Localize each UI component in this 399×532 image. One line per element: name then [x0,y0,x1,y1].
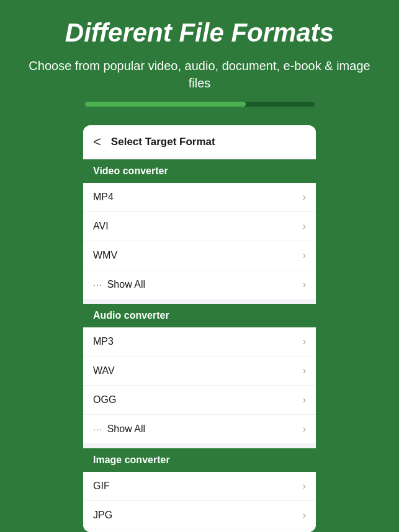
audio-section-label: Audio converter [93,310,169,321]
video-show-all-label: Show All [107,279,145,290]
header-section: Different File Formats Choose from popul… [0,0,399,119]
video-section-label: Video converter [93,166,168,176]
item-label: MP4 [93,192,114,203]
image-section-label: Image converter [93,454,170,465]
video-show-all-item[interactable]: ··· Show All › [83,270,316,299]
chevron-right-icon: › [303,279,306,290]
section-divider [83,299,316,304]
chevron-right-icon: › [303,510,306,521]
list-item[interactable]: GIF › [83,472,316,501]
item-label: AVI [93,221,109,232]
chevron-right-icon: › [303,221,306,232]
list-item[interactable]: JPG › [83,501,316,530]
dots-icon: ··· [93,424,102,434]
video-section-header: Video converter [83,159,316,183]
chevron-right-icon: › [303,394,306,406]
subtitle: Choose from popular video, audio, docume… [25,57,374,92]
main-title: Different File Formats [25,19,374,47]
show-all-content: ··· Show All [93,279,145,290]
list-item[interactable]: MP3 › [83,327,316,357]
list-item[interactable]: MP4 › [83,183,316,212]
chevron-right-icon: › [303,481,306,492]
item-label: WMV [93,250,117,261]
card-header: < Select Target Format [83,125,316,159]
item-label: JPG [93,510,112,521]
audio-show-all-item[interactable]: ··· Show All › [83,415,316,443]
audio-section-header: Audio converter [83,304,316,327]
list-item[interactable]: WMV › [83,241,316,270]
format-selection-card: < Select Target Format Video converter M… [83,125,316,532]
progress-bar-fill [85,102,246,107]
progress-bar [85,102,315,107]
section-divider [83,443,316,448]
chevron-right-icon: › [303,192,306,203]
list-item[interactable]: WAV › [83,357,316,386]
chevron-right-icon: › [303,423,306,435]
chevron-right-icon: › [303,336,306,347]
item-label: GIF [93,481,110,492]
show-all-content: ··· Show All [93,423,145,435]
dots-icon: ··· [93,280,102,290]
chevron-right-icon: › [303,250,306,261]
image-section-header: Image converter [83,448,316,472]
audio-show-all-label: Show All [107,423,145,435]
item-label: WAV [93,365,115,376]
card-title: Select Target Format [111,136,215,148]
item-label: OGG [93,394,116,406]
item-label: MP3 [93,336,114,347]
list-item[interactable]: AVI › [83,212,316,241]
back-button[interactable]: < [93,134,101,150]
chevron-right-icon: › [303,365,306,376]
list-item[interactable]: OGG › [83,386,316,415]
